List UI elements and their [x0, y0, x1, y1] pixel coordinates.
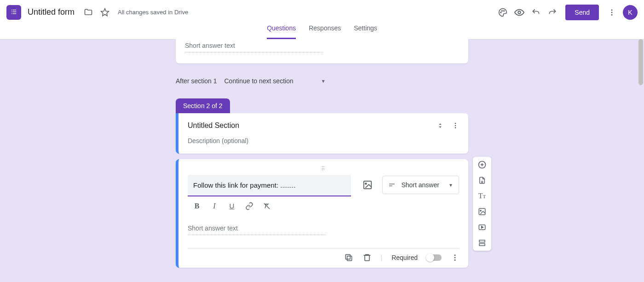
underline-button[interactable]: U — [227, 202, 236, 212]
italic-button[interactable]: I — [210, 202, 219, 212]
section-more-icon[interactable] — [452, 122, 459, 129]
star-icon[interactable] — [97, 4, 113, 21]
scrollbar-thumb[interactable] — [638, 39, 643, 85]
tab-questions[interactable]: Questions — [267, 24, 296, 39]
add-video-icon[interactable] — [476, 222, 489, 232]
svg-rect-18 — [364, 181, 372, 189]
preview-icon[interactable] — [511, 4, 528, 21]
svg-point-27 — [454, 259, 456, 261]
section-title[interactable]: Untitled Section — [188, 121, 437, 130]
import-questions-icon[interactable] — [476, 175, 489, 185]
svg-rect-35 — [479, 240, 485, 242]
add-title-icon[interactable]: TT — [476, 191, 489, 201]
section-pill: Section 2 of 2 — [176, 98, 230, 113]
svg-point-15 — [455, 125, 456, 127]
svg-rect-0 — [12, 10, 12, 10]
required-label: Required — [391, 254, 418, 261]
svg-point-32 — [480, 210, 481, 211]
short-answer-placeholder: Short answer text — [188, 224, 326, 235]
svg-rect-5 — [12, 13, 16, 14]
bold-button[interactable]: B — [192, 202, 201, 212]
avatar[interactable]: K — [623, 5, 638, 20]
svg-rect-24 — [365, 255, 369, 261]
after-section-label: After section 1 — [176, 77, 217, 85]
after-section-dropdown[interactable]: Continue to next section ▼ — [224, 77, 326, 85]
more-icon[interactable] — [604, 4, 620, 21]
svg-rect-20 — [389, 184, 395, 184]
previous-question-card[interactable]: Short answer text — [176, 39, 468, 63]
redo-icon[interactable] — [544, 4, 561, 21]
drag-handle-icon[interactable]: ⠿ — [188, 166, 459, 172]
section-description[interactable]: Description (optional) — [188, 137, 459, 144]
collapse-icon[interactable] — [437, 122, 443, 129]
chevron-down-icon: ▼ — [448, 183, 453, 188]
question-card[interactable]: ⠿ B I U — [176, 159, 468, 268]
app-header: Untitled form All changes saved in Drive… — [0, 0, 644, 39]
svg-point-26 — [454, 257, 456, 259]
svg-point-14 — [455, 123, 456, 124]
svg-point-19 — [365, 183, 367, 184]
undo-icon[interactable] — [528, 4, 544, 21]
duplicate-icon[interactable] — [344, 253, 353, 262]
svg-rect-1 — [12, 10, 16, 10]
svg-rect-21 — [389, 185, 392, 186]
tabs-row: Questions Responses Settings — [0, 24, 644, 39]
chevron-down-icon: ▼ — [321, 79, 326, 84]
svg-rect-3 — [12, 12, 16, 12]
add-section-icon[interactable] — [476, 238, 489, 248]
svg-point-10 — [518, 11, 521, 14]
required-toggle[interactable] — [427, 254, 442, 261]
svg-marker-34 — [482, 226, 483, 229]
format-toolbar: B I U — [188, 196, 351, 215]
tab-responses[interactable]: Responses — [309, 24, 341, 39]
save-status: All changes saved in Drive — [118, 9, 188, 16]
svg-point-13 — [611, 14, 613, 15]
form-title[interactable]: Untitled form — [28, 7, 75, 17]
svg-rect-2 — [12, 12, 12, 12]
question-card-footer: | Required — [188, 248, 459, 262]
svg-point-11 — [611, 9, 613, 11]
form-canvas: Short answer text After section 1 Contin… — [0, 39, 644, 282]
vertical-scrollbar[interactable] — [638, 39, 644, 282]
send-button[interactable]: Send — [565, 5, 599, 20]
add-image-icon[interactable] — [360, 177, 375, 193]
forms-logo-icon[interactable] — [6, 5, 21, 20]
link-button[interactable] — [245, 202, 254, 212]
svg-point-7 — [500, 12, 501, 13]
question-type-select[interactable]: Short answer ▼ — [382, 176, 459, 194]
question-text-input[interactable] — [188, 175, 351, 196]
folder-icon[interactable] — [80, 4, 97, 21]
svg-rect-4 — [12, 13, 12, 14]
short-answer-placeholder: Short answer text — [185, 41, 323, 52]
svg-rect-36 — [479, 244, 485, 246]
svg-point-25 — [454, 254, 456, 256]
after-section-action: Continue to next section — [224, 77, 293, 85]
svg-point-9 — [504, 10, 505, 11]
svg-point-12 — [611, 12, 613, 13]
svg-rect-31 — [479, 208, 485, 215]
question-more-icon[interactable] — [451, 253, 459, 262]
svg-marker-6 — [101, 8, 109, 16]
after-section-row: After section 1 Continue to next section… — [176, 69, 468, 98]
add-image-icon[interactable] — [476, 207, 489, 217]
svg-rect-23 — [345, 254, 350, 259]
svg-rect-22 — [347, 256, 351, 261]
question-type-label: Short answer — [401, 181, 443, 189]
palette-icon[interactable] — [494, 4, 511, 21]
svg-point-8 — [502, 10, 503, 11]
floating-toolbar: TT — [473, 157, 491, 251]
short-answer-icon — [388, 181, 396, 189]
section-header-card[interactable]: Untitled Section Description (optional) — [176, 113, 468, 154]
clear-format-button[interactable] — [262, 202, 271, 212]
delete-icon[interactable] — [362, 253, 372, 262]
add-question-icon[interactable] — [476, 160, 489, 170]
svg-point-16 — [455, 127, 456, 128]
tab-settings[interactable]: Settings — [354, 24, 377, 39]
top-bar: Untitled form All changes saved in Drive… — [0, 0, 644, 24]
